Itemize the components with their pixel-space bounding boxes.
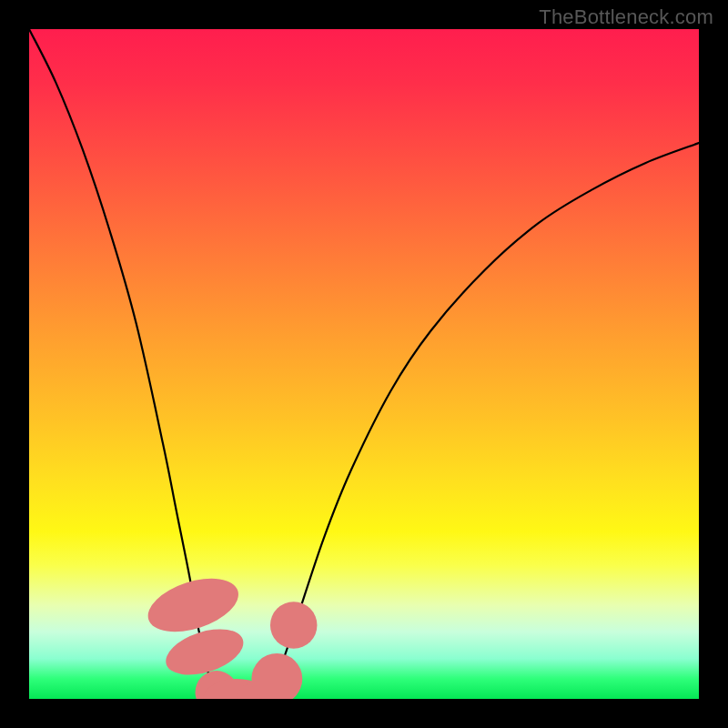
chart-frame: TheBottleneck.com	[0, 0, 728, 728]
watermark-text: TheBottleneck.com	[539, 5, 713, 29]
plot-area	[29, 29, 699, 699]
curve-group	[29, 29, 699, 699]
marker-group	[141, 569, 317, 699]
curves-svg	[29, 29, 699, 699]
marker-dot	[251, 653, 302, 699]
marker-dot	[270, 602, 318, 649]
